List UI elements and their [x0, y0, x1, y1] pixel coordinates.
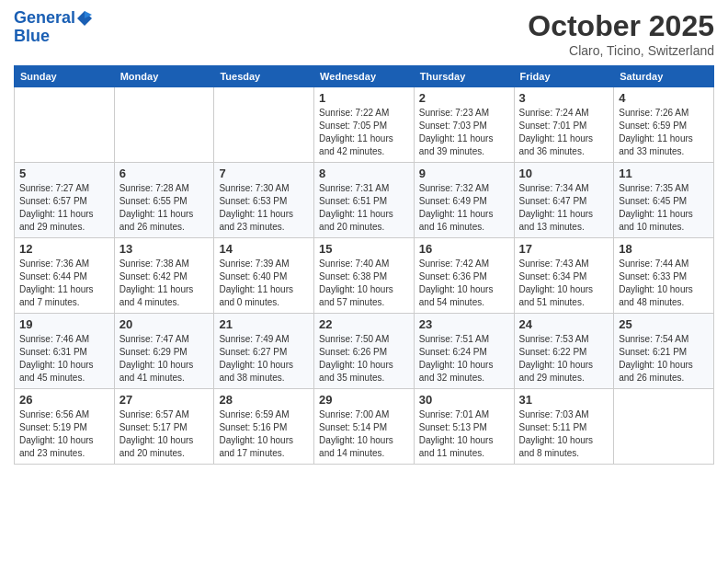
table-row: 21Sunrise: 7:49 AM Sunset: 6:27 PM Dayli…	[214, 314, 314, 389]
calendar-week-4: 26Sunrise: 6:56 AM Sunset: 5:19 PM Dayli…	[15, 389, 714, 465]
table-row: 2Sunrise: 7:23 AM Sunset: 7:03 PM Daylig…	[414, 87, 514, 163]
table-row: 20Sunrise: 7:47 AM Sunset: 6:29 PM Dayli…	[114, 314, 214, 389]
table-row: 4Sunrise: 7:26 AM Sunset: 6:59 PM Daylig…	[614, 87, 714, 163]
day-number: 31	[519, 393, 609, 407]
table-row: 19Sunrise: 7:46 AM Sunset: 6:31 PM Dayli…	[15, 314, 115, 389]
day-info: Sunrise: 7:30 AM Sunset: 6:53 PM Dayligh…	[219, 182, 309, 234]
table-row	[15, 87, 115, 163]
day-info: Sunrise: 7:50 AM Sunset: 6:26 PM Dayligh…	[319, 333, 409, 385]
table-row: 29Sunrise: 7:00 AM Sunset: 5:14 PM Dayli…	[314, 389, 415, 465]
day-info: Sunrise: 6:59 AM Sunset: 5:16 PM Dayligh…	[219, 408, 309, 460]
day-number: 11	[619, 167, 709, 180]
day-number: 13	[119, 242, 210, 256]
header-friday: Friday	[514, 66, 614, 87]
day-number: 6	[119, 167, 210, 180]
day-number: 21	[219, 317, 309, 331]
day-number: 4	[619, 91, 709, 105]
calendar-table: Sunday Monday Tuesday Wednesday Thursday…	[14, 65, 714, 465]
day-info: Sunrise: 7:39 AM Sunset: 6:40 PM Dayligh…	[219, 258, 309, 309]
day-info: Sunrise: 7:43 AM Sunset: 6:34 PM Dayligh…	[519, 258, 609, 309]
day-info: Sunrise: 7:51 AM Sunset: 6:24 PM Dayligh…	[419, 333, 509, 385]
header-saturday: Saturday	[614, 66, 714, 87]
day-number: 2	[419, 91, 509, 105]
title-block: October 2025 Claro, Ticino, Switzerland	[528, 9, 714, 58]
day-info: Sunrise: 7:03 AM Sunset: 5:11 PM Dayligh…	[519, 408, 609, 460]
logo-text: General Blue	[14, 9, 94, 46]
day-info: Sunrise: 7:00 AM Sunset: 5:14 PM Dayligh…	[319, 408, 409, 460]
table-row	[614, 389, 714, 465]
day-number: 19	[19, 317, 109, 331]
day-number: 8	[319, 167, 409, 180]
table-row: 31Sunrise: 7:03 AM Sunset: 5:11 PM Dayli…	[514, 389, 614, 465]
day-info: Sunrise: 7:35 AM Sunset: 6:45 PM Dayligh…	[619, 182, 709, 234]
logo-icon	[76, 10, 93, 27]
table-row: 8Sunrise: 7:31 AM Sunset: 6:51 PM Daylig…	[314, 163, 415, 238]
day-info: Sunrise: 7:34 AM Sunset: 6:47 PM Dayligh…	[519, 182, 609, 234]
day-number: 30	[419, 393, 509, 407]
table-row: 28Sunrise: 6:59 AM Sunset: 5:16 PM Dayli…	[214, 389, 314, 465]
day-info: Sunrise: 7:32 AM Sunset: 6:49 PM Dayligh…	[419, 182, 509, 234]
day-info: Sunrise: 7:24 AM Sunset: 7:01 PM Dayligh…	[519, 107, 609, 158]
day-number: 1	[319, 91, 409, 105]
calendar-page: General Blue October 2025 Claro, Ticino,…	[0, 0, 728, 563]
table-row: 11Sunrise: 7:35 AM Sunset: 6:45 PM Dayli…	[614, 163, 714, 238]
table-row: 26Sunrise: 6:56 AM Sunset: 5:19 PM Dayli…	[15, 389, 115, 465]
day-info: Sunrise: 7:23 AM Sunset: 7:03 PM Dayligh…	[419, 107, 509, 158]
table-row: 7Sunrise: 7:30 AM Sunset: 6:53 PM Daylig…	[214, 163, 314, 238]
table-row: 13Sunrise: 7:38 AM Sunset: 6:42 PM Dayli…	[114, 238, 214, 314]
table-row: 18Sunrise: 7:44 AM Sunset: 6:33 PM Dayli…	[614, 238, 714, 314]
day-number: 18	[619, 242, 709, 256]
location-subtitle: Claro, Ticino, Switzerland	[528, 43, 714, 58]
day-info: Sunrise: 7:49 AM Sunset: 6:27 PM Dayligh…	[219, 333, 309, 385]
month-title: October 2025	[528, 9, 714, 43]
logo-content: General Blue	[14, 9, 94, 46]
table-row: 5Sunrise: 7:27 AM Sunset: 6:57 PM Daylig…	[15, 163, 115, 238]
table-row: 12Sunrise: 7:36 AM Sunset: 6:44 PM Dayli…	[15, 238, 115, 314]
weekday-header-row: Sunday Monday Tuesday Wednesday Thursday…	[15, 66, 714, 87]
day-number: 3	[519, 91, 609, 105]
header: General Blue October 2025 Claro, Ticino,…	[14, 9, 714, 58]
table-row: 14Sunrise: 7:39 AM Sunset: 6:40 PM Dayli…	[214, 238, 314, 314]
table-row	[114, 87, 214, 163]
day-info: Sunrise: 7:38 AM Sunset: 6:42 PM Dayligh…	[119, 258, 210, 309]
day-number: 12	[19, 242, 109, 256]
logo: General Blue	[14, 9, 94, 46]
day-number: 25	[619, 317, 709, 331]
day-number: 20	[119, 317, 210, 331]
day-info: Sunrise: 6:57 AM Sunset: 5:17 PM Dayligh…	[119, 408, 210, 460]
day-info: Sunrise: 7:42 AM Sunset: 6:36 PM Dayligh…	[419, 258, 509, 309]
header-sunday: Sunday	[15, 66, 115, 87]
day-info: Sunrise: 7:46 AM Sunset: 6:31 PM Dayligh…	[19, 333, 109, 385]
header-thursday: Thursday	[414, 66, 514, 87]
day-info: Sunrise: 7:22 AM Sunset: 7:05 PM Dayligh…	[319, 107, 409, 158]
day-number: 27	[119, 393, 210, 407]
day-number: 26	[19, 393, 109, 407]
day-number: 29	[319, 393, 409, 407]
day-info: Sunrise: 7:54 AM Sunset: 6:21 PM Dayligh…	[619, 333, 709, 385]
table-row: 27Sunrise: 6:57 AM Sunset: 5:17 PM Dayli…	[114, 389, 214, 465]
day-info: Sunrise: 7:28 AM Sunset: 6:55 PM Dayligh…	[119, 182, 210, 234]
day-info: Sunrise: 7:01 AM Sunset: 5:13 PM Dayligh…	[419, 408, 509, 460]
table-row: 10Sunrise: 7:34 AM Sunset: 6:47 PM Dayli…	[514, 163, 614, 238]
table-row: 9Sunrise: 7:32 AM Sunset: 6:49 PM Daylig…	[414, 163, 514, 238]
table-row: 6Sunrise: 7:28 AM Sunset: 6:55 PM Daylig…	[114, 163, 214, 238]
logo-blue: Blue	[14, 27, 50, 45]
table-row: 30Sunrise: 7:01 AM Sunset: 5:13 PM Dayli…	[414, 389, 514, 465]
day-info: Sunrise: 7:40 AM Sunset: 6:38 PM Dayligh…	[319, 258, 409, 309]
day-number: 15	[319, 242, 409, 256]
table-row: 3Sunrise: 7:24 AM Sunset: 7:01 PM Daylig…	[514, 87, 614, 163]
table-row: 17Sunrise: 7:43 AM Sunset: 6:34 PM Dayli…	[514, 238, 614, 314]
day-info: Sunrise: 7:47 AM Sunset: 6:29 PM Dayligh…	[119, 333, 210, 385]
day-info: Sunrise: 7:26 AM Sunset: 6:59 PM Dayligh…	[619, 107, 709, 158]
day-info: Sunrise: 7:36 AM Sunset: 6:44 PM Dayligh…	[19, 258, 109, 309]
header-monday: Monday	[114, 66, 214, 87]
day-number: 24	[519, 317, 609, 331]
calendar-week-2: 12Sunrise: 7:36 AM Sunset: 6:44 PM Dayli…	[15, 238, 714, 314]
day-info: Sunrise: 7:53 AM Sunset: 6:22 PM Dayligh…	[519, 333, 609, 385]
table-row: 23Sunrise: 7:51 AM Sunset: 6:24 PM Dayli…	[414, 314, 514, 389]
day-number: 5	[19, 167, 109, 180]
header-wednesday: Wednesday	[314, 66, 415, 87]
day-number: 14	[219, 242, 309, 256]
table-row	[214, 87, 314, 163]
table-row: 15Sunrise: 7:40 AM Sunset: 6:38 PM Dayli…	[314, 238, 415, 314]
